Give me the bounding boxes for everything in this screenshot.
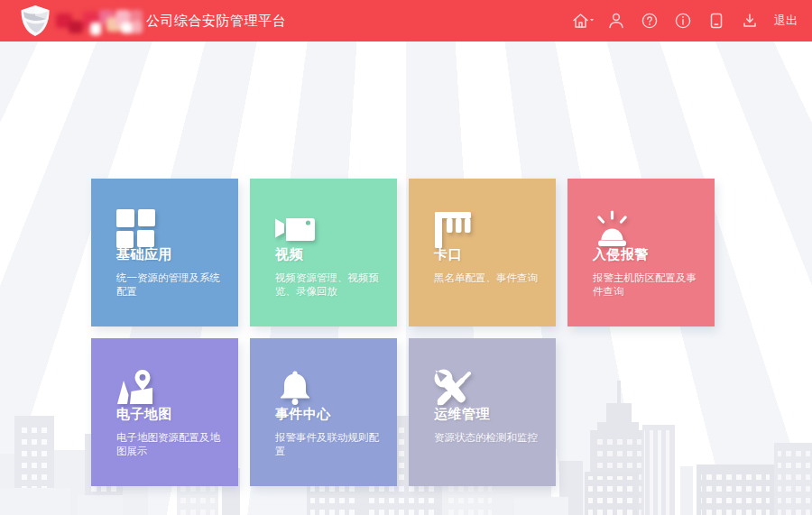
video-camera-icon — [274, 208, 318, 252]
grid-empty-cell — [567, 338, 715, 486]
download-icon[interactable] — [737, 10, 762, 32]
card-intrusion-alarm[interactable]: 入侵报警 报警主机防区配置及事件查询 — [567, 179, 715, 326]
card-title: 入侵报警 — [593, 246, 649, 263]
card-description: 视频资源管理、视频预览、录像回放 — [275, 271, 388, 299]
logout-button[interactable]: 退出 — [774, 13, 798, 29]
card-description: 报警主机防区配置及事件查询 — [593, 271, 706, 299]
app-window: 公司综合安防管理平台 — [0, 0, 812, 515]
alarm-siren-icon — [592, 208, 635, 252]
page-title: 公司综合安防管理平台 — [146, 13, 286, 30]
card-checkpoint[interactable]: 卡口 黑名单配置、事件查询 — [409, 179, 556, 326]
card-emap[interactable]: 电子地图 电子地图资源配置及地图展示 — [91, 338, 238, 486]
app-card-grid: 基础应用 统一资源的管理及系统配置 视频 视频资源管理、视频预览、录像回放 — [91, 179, 715, 486]
card-title: 基础应用 — [116, 246, 172, 263]
app-header: 公司综合安防管理平台 — [0, 0, 812, 41]
card-event-center[interactable]: 事件中心 报警事件及联动规则配置 — [250, 338, 397, 486]
info-icon[interactable] — [670, 10, 696, 32]
card-title: 运维管理 — [434, 406, 490, 423]
bell-icon — [274, 368, 318, 411]
home-icon[interactable] — [570, 10, 595, 32]
map-pin-icon — [115, 368, 159, 411]
card-description: 报警事件及联动规则配置 — [275, 431, 388, 458]
card-description: 资源状态的检测和监控 — [434, 431, 547, 445]
device-icon[interactable] — [704, 10, 729, 32]
user-icon[interactable] — [604, 10, 629, 32]
card-title: 视频 — [275, 246, 303, 263]
wrench-screwdriver-icon — [433, 368, 476, 411]
card-title: 电子地图 — [116, 406, 172, 423]
card-description: 统一资源的管理及系统配置 — [116, 271, 229, 299]
card-basic-apps[interactable]: 基础应用 统一资源的管理及系统配置 — [91, 179, 238, 326]
card-description: 电子地图资源配置及地图展示 — [116, 431, 229, 458]
card-title: 卡口 — [434, 246, 462, 263]
help-icon[interactable] — [637, 10, 662, 32]
card-ops-management[interactable]: 运维管理 资源状态的检测和监控 — [409, 338, 556, 486]
card-title: 事件中心 — [275, 406, 331, 423]
header-toolbar: 退出 — [570, 10, 798, 32]
card-description: 黑名单配置、事件查询 — [434, 271, 547, 285]
grid-icon — [115, 208, 159, 252]
header-brand: 公司综合安防管理平台 — [0, 0, 286, 41]
redacted-logo-mosaic — [56, 5, 143, 37]
shield-logo-icon — [18, 4, 52, 38]
card-video[interactable]: 视频 视频资源管理、视频预览、录像回放 — [250, 179, 397, 326]
checkpoint-gantry-icon — [433, 208, 476, 252]
